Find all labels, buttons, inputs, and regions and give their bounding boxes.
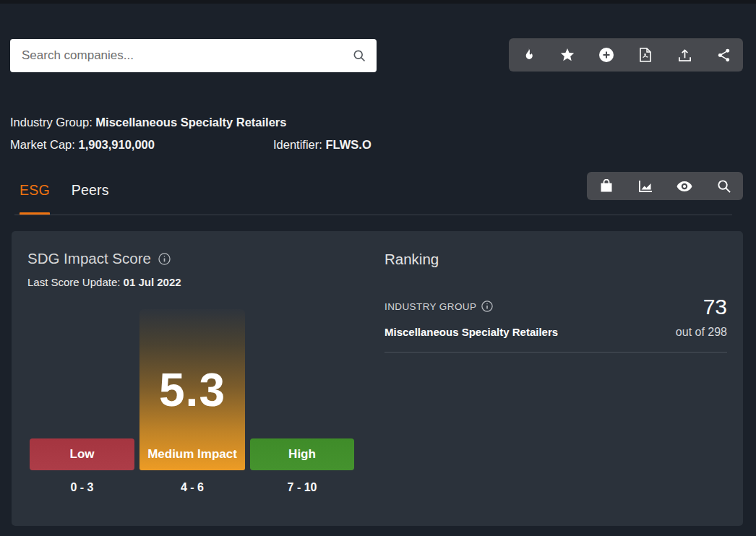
search-input[interactable] (22, 48, 352, 63)
identifier-pair: Identifier: FLWS.O (273, 138, 371, 152)
eye-icon[interactable] (672, 174, 697, 199)
ranking-title: Ranking (385, 251, 439, 268)
tabs: ESG Peers (14, 182, 126, 215)
company-info: Industry Group: Miscellaneous Specialty … (10, 116, 516, 160)
high-band: High (250, 438, 354, 470)
ranking-group-label: INDUSTRY GROUP (385, 301, 476, 312)
market-cap-row: Market Cap: 1,903,910,000 Identifier: FL… (10, 138, 516, 154)
high-band-label: High (288, 447, 316, 462)
add-circle-icon[interactable] (594, 43, 619, 67)
sdg-title-row: SDG Impact Score (27, 250, 171, 267)
sdg-last-update: Last Score Update: 01 Jul 2022 (27, 276, 181, 288)
flame-icon[interactable] (516, 43, 541, 67)
sdg-score-value: 5.3 (159, 363, 225, 417)
tab-peers[interactable]: Peers (66, 182, 114, 215)
top-toolbar (509, 38, 743, 72)
esg-card: SDG Impact Score Last Score Update: 01 J… (12, 231, 743, 526)
market-cap-label: Market Cap: (10, 138, 78, 151)
tab-peers-label: Peers (72, 182, 109, 212)
company-search-bar (10, 39, 377, 72)
market-cap-value: 1,903,910,000 (78, 138, 155, 151)
sdg-last-update-label: Last Score Update: (27, 276, 124, 288)
pdf-export-icon[interactable] (633, 43, 658, 67)
low-band: Low (30, 438, 134, 470)
ranking-info-icon[interactable] (481, 301, 494, 313)
tabs-divider (14, 215, 732, 215)
share-icon[interactable] (711, 43, 736, 67)
search-icon[interactable] (352, 48, 366, 63)
top-strip (0, 0, 756, 4)
area-chart-icon[interactable] (633, 174, 658, 199)
sdg-last-update-value: 01 Jul 2022 (124, 276, 181, 288)
portfolio-bag-icon[interactable] (594, 174, 619, 199)
upload-icon[interactable] (672, 43, 697, 67)
ranking-out-of: out of 298 (385, 326, 727, 339)
ranking-group-row: INDUSTRY GROUP (385, 301, 494, 313)
ranking-divider (385, 352, 727, 353)
star-icon[interactable] (555, 43, 580, 67)
low-band-label: Low (70, 447, 95, 462)
industry-group-row: Industry Group: Miscellaneous Specialty … (10, 116, 516, 131)
sdg-info-icon[interactable] (158, 253, 171, 265)
page: Industry Group: Miscellaneous Specialty … (0, 0, 756, 536)
medium-range: 4 - 6 (139, 481, 245, 494)
high-range: 7 - 10 (250, 481, 354, 494)
identifier-value: FLWS.O (325, 138, 371, 151)
tab-esg-label: ESG (20, 182, 50, 212)
industry-group-value: Miscellaneous Specialty Retailers (95, 116, 286, 129)
tab-esg[interactable]: ESG (14, 182, 55, 215)
view-toolbar (587, 172, 743, 200)
sdg-title: SDG Impact Score (27, 250, 151, 267)
industry-group-label: Industry Group: (10, 116, 95, 129)
low-range: 0 - 3 (30, 481, 134, 494)
medium-impact-label: Medium Impact (139, 447, 245, 462)
search-icon[interactable] (711, 174, 736, 199)
sdg-score-gauge: 5.3 Medium Impact (139, 309, 245, 470)
identifier-label: Identifier: (273, 138, 325, 151)
